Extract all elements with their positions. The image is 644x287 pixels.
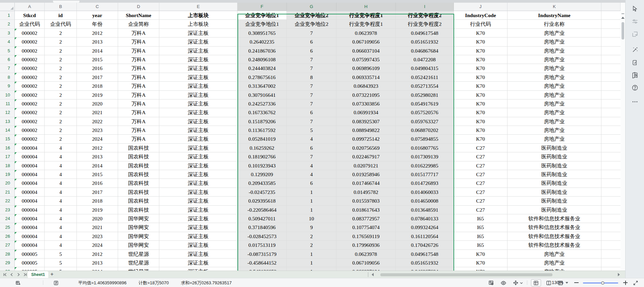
cell-K7[interactable]: 房地产业 (507, 64, 601, 73)
cell-D24[interactable]: 国华网安 (118, 214, 159, 223)
cell-E19[interactable]: 深证主板 (159, 170, 237, 179)
cell-F25[interactable]: 0.371840596 (237, 223, 287, 232)
cell-I7[interactable]: 0.049804315 (396, 64, 454, 73)
cell-A18[interactable]: 000004 (15, 161, 45, 170)
cell-C5[interactable]: 2014 (77, 47, 118, 55)
cell-filler[interactable] (601, 99, 621, 108)
cell-loop-icon[interactable] (631, 30, 639, 38)
cell-A9[interactable]: 000002 (15, 82, 45, 90)
cell-filler[interactable] (601, 82, 621, 90)
cell-filler[interactable] (601, 161, 621, 170)
cell-G16[interactable]: 6 (287, 144, 336, 152)
cell-E23[interactable]: 深证主板 (159, 206, 237, 214)
cell-A24[interactable]: 000004 (15, 214, 45, 223)
cell-F4[interactable]: 0.26402235 (237, 38, 287, 46)
cell-D7[interactable]: 万科A (118, 64, 159, 73)
cell-B7[interactable]: 2 (45, 64, 77, 73)
cell-A22[interactable]: 000004 (15, 197, 45, 205)
cell-filler[interactable] (601, 117, 621, 126)
cell-J4[interactable]: K70 (454, 38, 507, 46)
cell-C3[interactable]: 2012 (77, 29, 118, 38)
cell-B3[interactable]: 2 (45, 29, 77, 38)
cell-filler[interactable] (601, 47, 621, 55)
row-header-19[interactable]: 19 (0, 170, 15, 179)
cell-C11[interactable]: 2020 (77, 99, 118, 108)
cell-C12[interactable]: 2021 (77, 108, 118, 117)
row-header-21[interactable]: 21 (0, 188, 15, 197)
cell-E29[interactable]: 深证主板 (159, 259, 237, 267)
cell-G8[interactable]: 8 (287, 73, 336, 82)
cell-I22[interactable]: 0.014650008 (396, 197, 454, 205)
cell-B23[interactable]: 4 (45, 206, 77, 214)
cell-K28[interactable]: 房地产业 (507, 250, 601, 259)
cell-filler[interactable] (601, 11, 621, 20)
cell-B17[interactable]: 4 (45, 152, 77, 161)
column-header-K[interactable]: K (507, 3, 601, 11)
cell-A4[interactable]: 000002 (15, 38, 45, 46)
last-sheet-icon[interactable] (23, 272, 28, 277)
cell-J11[interactable]: K70 (454, 99, 507, 108)
cell-B1[interactable]: id (45, 11, 77, 20)
cell-filler[interactable] (601, 91, 621, 99)
cell-E2[interactable]: 上市板块 (159, 20, 237, 28)
cell-C19[interactable]: 2015 (77, 170, 118, 179)
cell-F3[interactable]: 0.308951765 (237, 29, 287, 38)
cell-J14[interactable]: K70 (454, 126, 507, 135)
cell-filler[interactable] (601, 223, 621, 232)
cell-F26[interactable]: -0.028452573 (237, 232, 287, 241)
cell-H19[interactable]: 0.019258946 (336, 170, 396, 179)
cell-C27[interactable]: 2024 (77, 241, 118, 249)
zoom-in-button-bar[interactable] (625, 281, 626, 285)
cell-K11[interactable]: 房地产业 (507, 99, 601, 108)
cell-E25[interactable]: 深证主板 (159, 223, 237, 232)
cell-A12[interactable]: 000002 (15, 108, 45, 117)
cell-F5[interactable]: 0.241867036 (237, 47, 287, 55)
cell-J13[interactable]: K70 (454, 117, 507, 126)
cell-C4[interactable]: 2013 (77, 38, 118, 46)
cell-J23[interactable]: C27 (454, 206, 507, 214)
cell-G20[interactable]: 6 (287, 179, 336, 188)
cell-F11[interactable]: 0.242527336 (237, 99, 287, 108)
split-handle-icon[interactable] (622, 13, 624, 14)
cell-K22[interactable]: 医药制造业 (507, 197, 601, 205)
row-header-25[interactable]: 25 (0, 223, 15, 232)
row-header-16[interactable]: 16 (0, 144, 15, 152)
cell-G4[interactable]: 6 (287, 38, 336, 46)
row-header-14[interactable]: 14 (0, 126, 15, 135)
cell-G7[interactable]: 7 (287, 64, 336, 73)
cell-E15[interactable]: 深证主板 (159, 135, 237, 143)
cell-J24[interactable]: I65 (454, 214, 507, 223)
cell-D23[interactable]: 国农科技 (118, 206, 159, 214)
cell-K9[interactable]: 房地产业 (507, 82, 601, 90)
cell-K12[interactable]: 房地产业 (507, 108, 601, 117)
move-chevron-icon[interactable] (519, 280, 523, 286)
cell-E10[interactable]: 深证主板 (159, 91, 237, 99)
cell-J18[interactable]: C27 (454, 161, 507, 170)
cell-J12[interactable]: K70 (454, 108, 507, 117)
row-header-9[interactable]: 9 (0, 82, 15, 90)
cell-filler[interactable] (601, 135, 621, 143)
cell-F14[interactable]: 0.113617592 (237, 126, 287, 135)
column-header-F[interactable]: F (237, 3, 287, 11)
cell-E17[interactable]: 深证主板 (159, 152, 237, 161)
table-style-icon[interactable] (488, 280, 494, 286)
cell-H8[interactable]: 0.069335714 (336, 73, 396, 82)
cell-G1[interactable]: 企业竞争地位2 (287, 11, 336, 20)
cell-D22[interactable]: 国农科技 (118, 197, 159, 205)
cell-A26[interactable]: 000004 (15, 232, 45, 241)
cell-C29[interactable]: 2013 (77, 259, 118, 267)
row-header-28[interactable]: 28 (0, 250, 15, 259)
cell-F2[interactable]: 企业竞争地位1 (237, 20, 287, 28)
cell-H23[interactable]: 0.018617643 (336, 206, 396, 214)
cell-A21[interactable]: 000004 (15, 188, 45, 197)
cell-D6[interactable]: 万科A (118, 55, 159, 64)
cell-F29[interactable]: -0.458644152 (237, 259, 287, 267)
cell-C6[interactable]: 2015 (77, 55, 118, 64)
cell-J19[interactable]: C27 (454, 170, 507, 179)
cell-D29[interactable]: 世纪星源 (118, 259, 159, 267)
column-header-A[interactable]: A (15, 3, 45, 11)
row-header-10[interactable]: 10 (0, 91, 15, 99)
cell-H3[interactable]: 0.0623978 (336, 29, 396, 38)
cell-J17[interactable]: C27 (454, 152, 507, 161)
cell-filler[interactable] (601, 267, 621, 271)
